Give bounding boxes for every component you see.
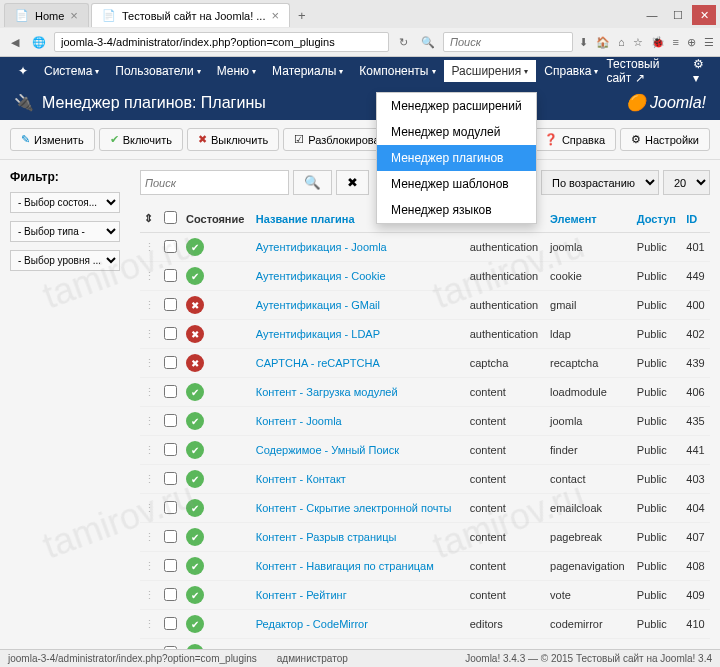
topmenu-item[interactable]: Материалы ▾ bbox=[264, 60, 351, 82]
search-input[interactable] bbox=[140, 170, 289, 195]
filter-select[interactable]: - Выбор типа - bbox=[10, 221, 120, 242]
search-clear[interactable]: ✖ bbox=[336, 170, 369, 195]
row-checkbox[interactable] bbox=[164, 356, 177, 369]
browser-tab[interactable]: 📄Home× bbox=[4, 3, 89, 27]
row-checkbox[interactable] bbox=[164, 414, 177, 427]
plugin-name-link[interactable]: Контент - Joomla bbox=[256, 415, 342, 427]
plugin-name-link[interactable]: Контент - Скрытие электронной почты bbox=[256, 502, 452, 514]
addons-icon[interactable]: ⊕ bbox=[687, 36, 696, 49]
menu-icon[interactable]: ☰ bbox=[704, 36, 714, 49]
search-submit[interactable]: 🔍 bbox=[293, 170, 332, 195]
row-checkbox[interactable] bbox=[164, 501, 177, 514]
plugin-name-link[interactable]: Контент - Рейтинг bbox=[256, 589, 347, 601]
dropdown-item[interactable]: Менеджер модулей bbox=[377, 119, 536, 145]
topmenu-item[interactable]: Система ▾ bbox=[36, 60, 107, 82]
plugin-name-link[interactable]: Аутентификация - Joomla bbox=[256, 241, 387, 253]
home-icon[interactable]: 🏠 bbox=[596, 36, 610, 49]
state-toggle[interactable]: ✔ bbox=[186, 499, 204, 517]
dropdown-item[interactable]: Менеджер расширений bbox=[377, 93, 536, 119]
settings-gear-icon[interactable]: ⚙ ▾ bbox=[693, 57, 710, 85]
drag-handle-icon[interactable]: ⋮ bbox=[144, 444, 155, 456]
close-tab-icon[interactable]: × bbox=[272, 8, 280, 23]
topmenu-item[interactable]: Справка ▾ bbox=[536, 60, 606, 82]
plugin-name-link[interactable]: Редактор - CodeMirror bbox=[256, 618, 368, 630]
close-window-button[interactable]: ✕ bbox=[692, 5, 716, 25]
col-access[interactable]: Доступ bbox=[633, 205, 682, 233]
drag-handle-icon[interactable]: ⋮ bbox=[144, 328, 155, 340]
row-checkbox[interactable] bbox=[164, 269, 177, 282]
row-checkbox[interactable] bbox=[164, 588, 177, 601]
site-name-link[interactable]: Тестовый сайт ↗ bbox=[606, 57, 683, 85]
drag-handle-icon[interactable]: ⋮ bbox=[144, 531, 155, 543]
drag-handle-icon[interactable]: ⋮ bbox=[144, 357, 155, 369]
plugin-name-link[interactable]: Аутентификация - GMail bbox=[256, 299, 380, 311]
maximize-button[interactable]: ☐ bbox=[666, 5, 690, 25]
row-checkbox[interactable] bbox=[164, 240, 177, 253]
enable-button[interactable]: ✔Включить bbox=[99, 128, 183, 151]
col-checkall[interactable] bbox=[160, 205, 182, 233]
browser-search-input[interactable] bbox=[443, 32, 573, 52]
drag-handle-icon[interactable]: ⋮ bbox=[144, 589, 155, 601]
state-toggle[interactable]: ✔ bbox=[186, 470, 204, 488]
drag-handle-icon[interactable]: ⋮ bbox=[144, 618, 155, 630]
state-toggle[interactable]: ✔ bbox=[186, 441, 204, 459]
col-id[interactable]: ID bbox=[682, 205, 710, 233]
dropdown-item[interactable]: Менеджер плагинов bbox=[377, 145, 536, 171]
options-button[interactable]: ⚙Настройки bbox=[620, 128, 710, 151]
state-toggle[interactable]: ✔ bbox=[186, 238, 204, 256]
browser-tab[interactable]: 📄Тестовый сайт на Joomla! ...× bbox=[91, 3, 290, 27]
minimize-button[interactable]: — bbox=[640, 5, 664, 25]
plugin-name-link[interactable]: Контент - Разрыв страницы bbox=[256, 531, 397, 543]
firebug-icon[interactable]: 🐞 bbox=[651, 36, 665, 49]
pocket-icon[interactable]: ⌂ bbox=[618, 36, 625, 49]
col-element[interactable]: Элемент bbox=[546, 205, 633, 233]
plugin-name-link[interactable]: Содержимое - Умный Поиск bbox=[256, 444, 399, 456]
plugin-name-link[interactable]: Контент - Загрузка модулей bbox=[256, 386, 398, 398]
drag-handle-icon[interactable]: ⋮ bbox=[144, 270, 155, 282]
drag-handle-icon[interactable]: ⋮ bbox=[144, 386, 155, 398]
download-icon[interactable]: ⬇ bbox=[579, 36, 588, 49]
drag-handle-icon[interactable]: ⋮ bbox=[144, 473, 155, 485]
dropdown-item[interactable]: Менеджер языков bbox=[377, 197, 536, 223]
col-state[interactable]: Состояние bbox=[182, 205, 252, 233]
plugin-name-link[interactable]: Контент - Навигация по страницам bbox=[256, 560, 434, 572]
url-input[interactable] bbox=[54, 32, 389, 52]
plugin-name-link[interactable]: Аутентификация - LDAP bbox=[256, 328, 380, 340]
plugin-name-link[interactable]: Аутентификация - Cookie bbox=[256, 270, 386, 282]
row-checkbox[interactable] bbox=[164, 617, 177, 630]
state-toggle[interactable]: ✔ bbox=[186, 412, 204, 430]
topmenu-item[interactable]: Меню ▾ bbox=[209, 60, 264, 82]
state-toggle[interactable]: ✔ bbox=[186, 557, 204, 575]
new-tab-button[interactable]: + bbox=[292, 6, 312, 25]
row-checkbox[interactable] bbox=[164, 327, 177, 340]
edit-button[interactable]: ✎Изменить bbox=[10, 128, 95, 151]
joomla-icon[interactable]: ✦ bbox=[10, 60, 36, 82]
state-toggle[interactable]: ✔ bbox=[186, 383, 204, 401]
state-toggle[interactable]: ✔ bbox=[186, 267, 204, 285]
plugin-name-link[interactable]: CAPTCHA - reCAPTCHA bbox=[256, 357, 380, 369]
row-checkbox[interactable] bbox=[164, 530, 177, 543]
row-checkbox[interactable] bbox=[164, 443, 177, 456]
drag-handle-icon[interactable]: ⋮ bbox=[144, 415, 155, 427]
row-checkbox[interactable] bbox=[164, 298, 177, 311]
help-button[interactable]: ❓Справка bbox=[533, 128, 616, 151]
drag-handle-icon[interactable]: ⋮ bbox=[144, 241, 155, 253]
topmenu-item[interactable]: Пользователи ▾ bbox=[107, 60, 208, 82]
state-toggle[interactable]: ✖ bbox=[186, 325, 204, 343]
state-toggle[interactable]: ✔ bbox=[186, 528, 204, 546]
row-checkbox[interactable] bbox=[164, 385, 177, 398]
limit-select[interactable]: 20 bbox=[663, 170, 710, 195]
topmenu-item[interactable]: Компоненты ▾ bbox=[351, 60, 443, 82]
bookmark-icon[interactable]: ☆ bbox=[633, 36, 643, 49]
state-toggle[interactable]: ✔ bbox=[186, 586, 204, 604]
drag-handle-icon[interactable]: ⋮ bbox=[144, 502, 155, 514]
state-toggle[interactable]: ✔ bbox=[186, 615, 204, 633]
filter-select[interactable]: - Выбор уровня ... bbox=[10, 250, 120, 271]
state-toggle[interactable]: ✖ bbox=[186, 354, 204, 372]
dropdown-item[interactable]: Менеджер шаблонов bbox=[377, 171, 536, 197]
disable-button[interactable]: ✖Выключить bbox=[187, 128, 279, 151]
col-order[interactable]: ⇕ bbox=[140, 205, 160, 233]
reload-button[interactable]: ↻ bbox=[395, 33, 413, 51]
plugin-name-link[interactable]: Контент - Контакт bbox=[256, 473, 346, 485]
row-checkbox[interactable] bbox=[164, 472, 177, 485]
